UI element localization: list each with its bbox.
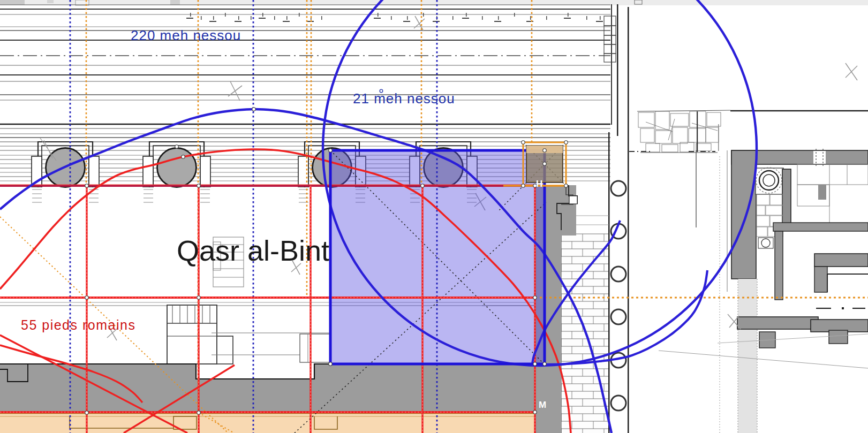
svg-text:55 pieds romains: 55 pieds romains	[21, 317, 135, 332]
svg-text:M: M	[539, 400, 546, 410]
svg-text:220 meh nessou: 220 meh nessou	[131, 27, 241, 43]
svg-text:21 meh nessou: 21 meh nessou	[353, 90, 455, 107]
svg-text:H: H	[536, 179, 542, 189]
svg-text:Qasr al-Bint: Qasr al-Bint	[177, 234, 329, 267]
